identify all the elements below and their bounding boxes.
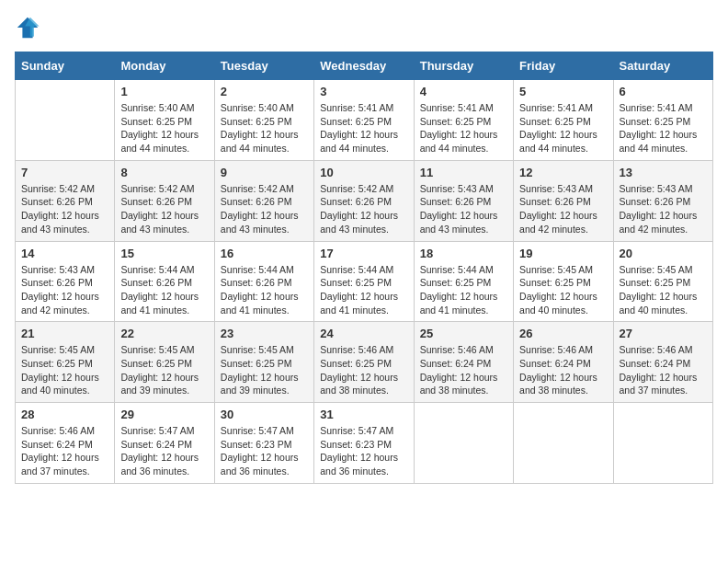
week-row-3: 14Sunrise: 5:43 AM Sunset: 6:26 PM Dayli… [16, 241, 713, 322]
day-header-saturday: Saturday [613, 52, 712, 80]
day-number: 13 [620, 166, 707, 179]
day-info: Sunrise: 5:41 AM Sunset: 6:25 PM Dayligh… [320, 101, 407, 155]
day-number: 18 [420, 247, 507, 260]
day-number: 10 [320, 166, 407, 179]
day-info: Sunrise: 5:41 AM Sunset: 6:25 PM Dayligh… [620, 101, 707, 155]
day-cell: 13Sunrise: 5:43 AM Sunset: 6:26 PM Dayli… [613, 160, 712, 241]
day-info: Sunrise: 5:46 AM Sunset: 6:24 PM Dayligh… [519, 343, 607, 397]
logo-icon [15, 15, 40, 40]
day-cell: 2Sunrise: 5:40 AM Sunset: 6:25 PM Daylig… [214, 80, 313, 161]
day-cell: 18Sunrise: 5:44 AM Sunset: 6:25 PM Dayli… [414, 241, 513, 322]
day-cell: 8Sunrise: 5:42 AM Sunset: 6:26 PM Daylig… [115, 160, 214, 241]
day-number: 24 [320, 327, 407, 340]
day-cell: 12Sunrise: 5:43 AM Sunset: 6:26 PM Dayli… [514, 160, 613, 241]
day-cell: 14Sunrise: 5:43 AM Sunset: 6:26 PM Dayli… [16, 241, 115, 322]
day-info: Sunrise: 5:44 AM Sunset: 6:26 PM Dayligh… [221, 263, 308, 317]
day-cell: 21Sunrise: 5:45 AM Sunset: 6:25 PM Dayli… [16, 322, 115, 403]
day-info: Sunrise: 5:43 AM Sunset: 6:26 PM Dayligh… [420, 182, 507, 236]
day-cell: 15Sunrise: 5:44 AM Sunset: 6:26 PM Dayli… [115, 241, 214, 322]
day-info: Sunrise: 5:42 AM Sunset: 6:26 PM Dayligh… [120, 182, 208, 236]
day-number: 17 [320, 247, 407, 260]
day-info: Sunrise: 5:44 AM Sunset: 6:26 PM Dayligh… [120, 263, 208, 317]
day-header-friday: Friday [514, 52, 613, 80]
day-info: Sunrise: 5:45 AM Sunset: 6:25 PM Dayligh… [21, 343, 108, 397]
day-number: 14 [21, 247, 108, 260]
day-number: 31 [320, 408, 407, 421]
day-cell [613, 403, 712, 484]
day-number: 20 [620, 247, 707, 260]
day-cell: 20Sunrise: 5:45 AM Sunset: 6:25 PM Dayli… [613, 241, 712, 322]
day-cell: 28Sunrise: 5:46 AM Sunset: 6:24 PM Dayli… [16, 403, 115, 484]
day-cell: 29Sunrise: 5:47 AM Sunset: 6:24 PM Dayli… [115, 403, 214, 484]
day-info: Sunrise: 5:42 AM Sunset: 6:26 PM Dayligh… [320, 182, 407, 236]
day-info: Sunrise: 5:43 AM Sunset: 6:26 PM Dayligh… [519, 182, 607, 236]
day-info: Sunrise: 5:47 AM Sunset: 6:23 PM Dayligh… [221, 424, 308, 478]
week-row-5: 28Sunrise: 5:46 AM Sunset: 6:24 PM Dayli… [16, 403, 713, 484]
day-number: 27 [620, 327, 707, 340]
day-cell: 16Sunrise: 5:44 AM Sunset: 6:26 PM Dayli… [214, 241, 313, 322]
day-cell: 22Sunrise: 5:45 AM Sunset: 6:25 PM Dayli… [115, 322, 214, 403]
day-number: 9 [221, 166, 308, 179]
day-info: Sunrise: 5:43 AM Sunset: 6:26 PM Dayligh… [620, 182, 707, 236]
day-info: Sunrise: 5:41 AM Sunset: 6:25 PM Dayligh… [420, 101, 507, 155]
day-cell: 23Sunrise: 5:45 AM Sunset: 6:25 PM Dayli… [214, 322, 313, 403]
day-info: Sunrise: 5:44 AM Sunset: 6:25 PM Dayligh… [420, 263, 507, 317]
day-cell: 7Sunrise: 5:42 AM Sunset: 6:26 PM Daylig… [16, 160, 115, 241]
day-info: Sunrise: 5:46 AM Sunset: 6:25 PM Dayligh… [320, 343, 407, 397]
day-number: 29 [120, 408, 208, 421]
day-number: 30 [221, 408, 308, 421]
day-cell: 1Sunrise: 5:40 AM Sunset: 6:25 PM Daylig… [115, 80, 214, 161]
day-info: Sunrise: 5:42 AM Sunset: 6:26 PM Dayligh… [221, 182, 308, 236]
day-header-sunday: Sunday [16, 52, 115, 80]
calendar: SundayMondayTuesdayWednesdayThursdayFrid… [15, 52, 713, 484]
day-cell: 10Sunrise: 5:42 AM Sunset: 6:26 PM Dayli… [314, 160, 414, 241]
day-number: 8 [120, 166, 208, 179]
day-cell: 3Sunrise: 5:41 AM Sunset: 6:25 PM Daylig… [314, 80, 414, 161]
day-number: 19 [519, 247, 607, 260]
day-cell: 24Sunrise: 5:46 AM Sunset: 6:25 PM Dayli… [314, 322, 414, 403]
day-number: 2 [221, 85, 308, 98]
svg-marker-0 [17, 17, 38, 38]
day-number: 15 [120, 247, 208, 260]
day-number: 22 [120, 327, 208, 340]
day-cell: 4Sunrise: 5:41 AM Sunset: 6:25 PM Daylig… [414, 80, 513, 161]
day-cell: 31Sunrise: 5:47 AM Sunset: 6:23 PM Dayli… [314, 403, 414, 484]
week-row-2: 7Sunrise: 5:42 AM Sunset: 6:26 PM Daylig… [16, 160, 713, 241]
day-info: Sunrise: 5:46 AM Sunset: 6:24 PM Dayligh… [620, 343, 707, 397]
day-info: Sunrise: 5:45 AM Sunset: 6:25 PM Dayligh… [120, 343, 208, 397]
day-cell [16, 80, 115, 161]
day-header-thursday: Thursday [414, 52, 513, 80]
day-info: Sunrise: 5:47 AM Sunset: 6:24 PM Dayligh… [120, 424, 208, 478]
day-info: Sunrise: 5:45 AM Sunset: 6:25 PM Dayligh… [519, 263, 607, 317]
day-number: 26 [519, 327, 607, 340]
day-number: 11 [420, 166, 507, 179]
day-cell: 27Sunrise: 5:46 AM Sunset: 6:24 PM Dayli… [613, 322, 712, 403]
day-number: 1 [120, 85, 208, 98]
day-number: 28 [21, 408, 108, 421]
day-number: 3 [320, 85, 407, 98]
day-info: Sunrise: 5:43 AM Sunset: 6:26 PM Dayligh… [21, 263, 108, 317]
day-info: Sunrise: 5:46 AM Sunset: 6:24 PM Dayligh… [21, 424, 108, 478]
day-cell: 30Sunrise: 5:47 AM Sunset: 6:23 PM Dayli… [214, 403, 313, 484]
day-number: 12 [519, 166, 607, 179]
day-cell [514, 403, 613, 484]
day-number: 5 [519, 85, 607, 98]
day-number: 4 [420, 85, 507, 98]
header [15, 15, 713, 40]
day-info: Sunrise: 5:45 AM Sunset: 6:25 PM Dayligh… [620, 263, 707, 317]
day-info: Sunrise: 5:45 AM Sunset: 6:25 PM Dayligh… [221, 343, 308, 397]
day-header-wednesday: Wednesday [314, 52, 414, 80]
day-cell: 17Sunrise: 5:44 AM Sunset: 6:25 PM Dayli… [314, 241, 414, 322]
day-cell: 11Sunrise: 5:43 AM Sunset: 6:26 PM Dayli… [414, 160, 513, 241]
day-cell: 9Sunrise: 5:42 AM Sunset: 6:26 PM Daylig… [214, 160, 313, 241]
day-header-monday: Monday [115, 52, 214, 80]
week-row-4: 21Sunrise: 5:45 AM Sunset: 6:25 PM Dayli… [16, 322, 713, 403]
week-row-1: 1Sunrise: 5:40 AM Sunset: 6:25 PM Daylig… [16, 80, 713, 161]
day-info: Sunrise: 5:46 AM Sunset: 6:24 PM Dayligh… [420, 343, 507, 397]
day-info: Sunrise: 5:41 AM Sunset: 6:25 PM Dayligh… [519, 101, 607, 155]
day-info: Sunrise: 5:40 AM Sunset: 6:25 PM Dayligh… [120, 101, 208, 155]
day-number: 6 [620, 85, 707, 98]
day-cell: 25Sunrise: 5:46 AM Sunset: 6:24 PM Dayli… [414, 322, 513, 403]
day-header-tuesday: Tuesday [214, 52, 313, 80]
day-cell: 19Sunrise: 5:45 AM Sunset: 6:25 PM Dayli… [514, 241, 613, 322]
